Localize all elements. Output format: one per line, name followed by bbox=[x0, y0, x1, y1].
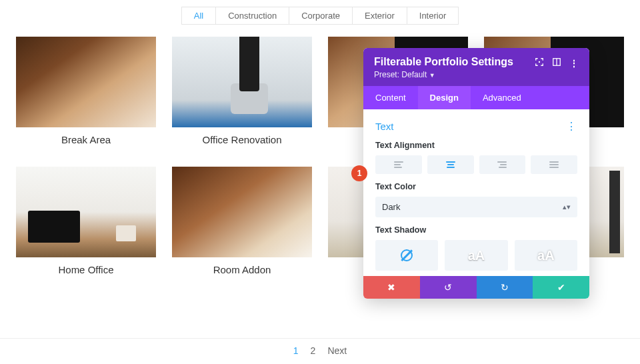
page-next[interactable]: Next bbox=[327, 345, 347, 356]
none-icon bbox=[401, 249, 413, 261]
text-alignment-row bbox=[375, 155, 577, 174]
panel-title: Filterable Portfolio Settings bbox=[374, 56, 513, 68]
align-justify-button[interactable] bbox=[531, 155, 577, 174]
page-1[interactable]: 1 bbox=[293, 345, 299, 356]
filter-tabs: All Construction Corporate Exterior Inte… bbox=[0, 0, 640, 37]
panel-footer: ✖ ↺ ↻ ✔ bbox=[363, 276, 589, 299]
thumbnail bbox=[172, 37, 312, 127]
filter-tab-exterior[interactable]: Exterior bbox=[352, 7, 407, 25]
undo-icon: ↺ bbox=[444, 282, 452, 293]
columns-icon[interactable] bbox=[552, 57, 561, 69]
label-text-alignment: Text Alignment bbox=[375, 141, 577, 150]
page-2[interactable]: 2 bbox=[311, 345, 316, 356]
thumbnail bbox=[16, 37, 156, 127]
panel-tabs: Content Design Advanced bbox=[363, 86, 589, 109]
undo-button[interactable]: ↺ bbox=[420, 276, 477, 299]
filter-tab-all[interactable]: All bbox=[181, 7, 216, 25]
pagination: 1 2 Next bbox=[0, 338, 640, 356]
align-right-button[interactable] bbox=[479, 155, 526, 174]
tab-content[interactable]: Content bbox=[363, 86, 418, 109]
redo-button[interactable]: ↻ bbox=[477, 276, 533, 299]
text-color-value: Dark bbox=[382, 202, 400, 212]
chevron-down-icon: ▼ bbox=[429, 72, 435, 79]
text-color-select[interactable]: Dark ▴▾ bbox=[375, 197, 577, 217]
filter-tab-corporate[interactable]: Corporate bbox=[289, 7, 353, 25]
caption: Home Office bbox=[16, 264, 156, 275]
redo-icon: ↻ bbox=[501, 282, 509, 293]
panel-body: Text ⋮ Text Alignment Text Color Dark ▴▾… bbox=[363, 109, 589, 276]
shadow-none-button[interactable] bbox=[375, 240, 438, 271]
annotation-badge-1: 1 bbox=[351, 165, 367, 181]
settings-panel: Filterable Portfolio Settings Preset: De… bbox=[363, 48, 589, 299]
svg-point-0 bbox=[539, 61, 540, 63]
more-icon[interactable]: ⋮ bbox=[569, 58, 579, 69]
portfolio-item[interactable]: Room Addon bbox=[172, 167, 312, 275]
text-shadow-row: aA aA bbox=[375, 240, 577, 271]
shadow-sample: aA bbox=[468, 248, 485, 263]
filter-tab-construction[interactable]: Construction bbox=[215, 7, 289, 25]
thumbnail bbox=[16, 167, 156, 257]
filter-tab-interior[interactable]: Interior bbox=[407, 7, 459, 25]
select-chevron-icon: ▴▾ bbox=[563, 203, 571, 211]
thumbnail bbox=[172, 167, 312, 257]
shadow-option-2[interactable]: aA bbox=[515, 240, 577, 271]
label-text-color: Text Color bbox=[375, 182, 577, 191]
portfolio-item[interactable]: Break Area bbox=[16, 37, 156, 145]
shadow-option-1[interactable]: aA bbox=[445, 240, 507, 271]
tab-design[interactable]: Design bbox=[418, 86, 471, 109]
cancel-button[interactable]: ✖ bbox=[363, 276, 420, 299]
caption: Office Renovation bbox=[172, 134, 312, 145]
shadow-sample: aA bbox=[537, 248, 555, 263]
panel-header[interactable]: Filterable Portfolio Settings Preset: De… bbox=[363, 48, 589, 86]
panel-preset[interactable]: Preset: Default ▼ bbox=[374, 70, 513, 79]
save-button[interactable]: ✔ bbox=[533, 276, 589, 299]
caption: Room Addon bbox=[172, 264, 312, 275]
section-text[interactable]: Text bbox=[375, 121, 394, 132]
caption: Break Area bbox=[16, 134, 156, 145]
portfolio-item[interactable]: Office Renovation bbox=[172, 37, 312, 145]
tab-advanced[interactable]: Advanced bbox=[471, 86, 533, 109]
align-center-button[interactable] bbox=[427, 155, 474, 174]
label-text-shadow: Text Shadow bbox=[375, 225, 577, 235]
align-left-button[interactable] bbox=[375, 155, 422, 174]
section-menu-icon[interactable]: ⋮ bbox=[566, 120, 577, 133]
check-icon: ✔ bbox=[557, 282, 565, 293]
close-icon: ✖ bbox=[387, 282, 395, 293]
portfolio-item[interactable]: Home Office bbox=[16, 167, 156, 275]
scan-icon[interactable] bbox=[535, 57, 544, 69]
